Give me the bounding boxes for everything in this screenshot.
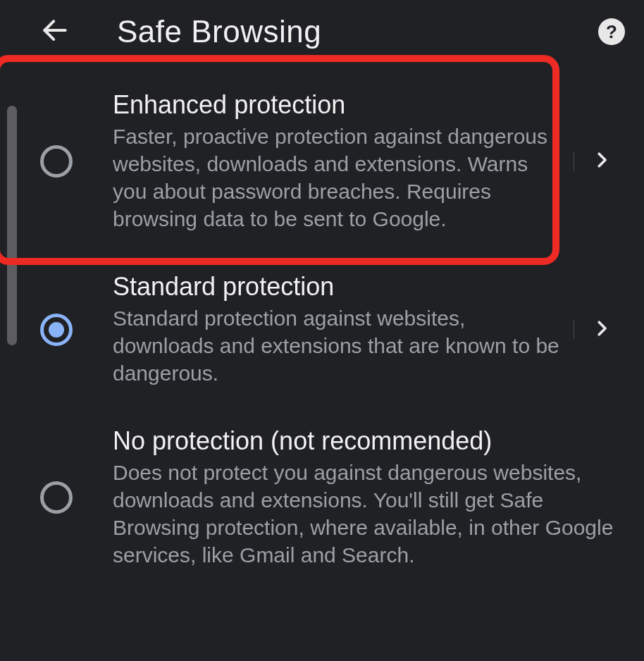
option-standard-protection[interactable]: Standard protection Standard protection … — [0, 252, 644, 407]
option-title: Enhanced protection — [113, 90, 566, 120]
expand-button[interactable] — [574, 318, 630, 342]
chevron-right-icon — [591, 149, 612, 173]
safe-browsing-screen: Safe Browsing ? Enhanced protection Fast… — [0, 0, 644, 661]
option-description: Faster, proactive protection against dan… — [113, 123, 566, 233]
help-button[interactable]: ? — [596, 16, 627, 47]
option-enhanced-protection[interactable]: Enhanced protection Faster, proactive pr… — [0, 70, 644, 252]
radio-col — [21, 145, 92, 178]
back-button[interactable] — [35, 12, 75, 51]
option-text: Standard protection Standard protection … — [92, 272, 574, 387]
chevron-right-icon — [591, 318, 612, 342]
radio-button[interactable] — [40, 314, 73, 346]
radio-col — [21, 314, 92, 346]
radio-col — [21, 481, 92, 514]
expand-button[interactable] — [574, 149, 630, 173]
radio-button[interactable] — [40, 145, 73, 178]
option-description: Does not protect you against dangerous w… — [113, 459, 623, 569]
option-text: No protection (not recommended) Does not… — [92, 426, 630, 569]
option-no-protection[interactable]: No protection (not recommended) Does not… — [0, 407, 644, 588]
option-title: Standard protection — [113, 272, 566, 302]
help-icon: ? — [598, 18, 625, 45]
option-text: Enhanced protection Faster, proactive pr… — [92, 90, 574, 233]
option-description: Standard protection against websites, do… — [113, 304, 566, 387]
option-title: No protection (not recommended) — [113, 426, 623, 456]
page-title: Safe Browsing — [117, 14, 321, 49]
options-list: Enhanced protection Faster, proactive pr… — [0, 63, 644, 588]
arrow-left-icon — [39, 15, 70, 49]
radio-button[interactable] — [40, 481, 73, 514]
header-bar: Safe Browsing ? — [0, 0, 644, 63]
